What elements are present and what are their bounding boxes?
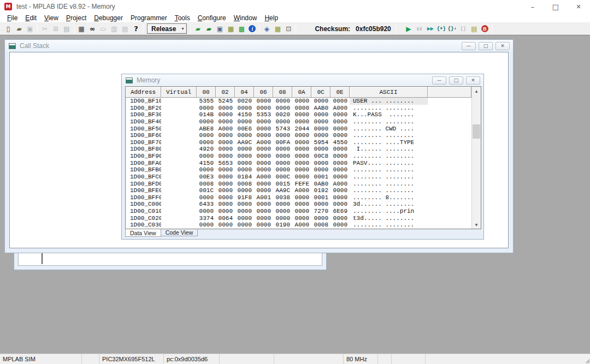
info-icon[interactable] [249,25,256,32]
virtual-cell[interactable] [161,111,197,118]
address-cell[interactable]: 1D00_BF60 [126,132,161,139]
call-stack-restore-button[interactable] [479,42,493,50]
menu-item-tools[interactable]: Tools [171,14,194,22]
hex-cell[interactable]: 0000 [254,187,273,194]
hex-cell[interactable]: 4150 [235,111,254,118]
address-cell[interactable]: 1D00_BFB0 [126,166,161,174]
ascii-cell[interactable]: ........ CWD .... [350,126,428,133]
hex-cell[interactable]: 0000 [254,222,273,229]
resize-grip-icon[interactable]: ◢ [585,357,589,363]
hex-cell[interactable]: 0000 [235,187,254,194]
ascii-cell[interactable]: K...PASS ....... [350,111,428,118]
hex-cell[interactable]: 0000 [254,126,273,133]
hex-cell[interactable]: 3374 [197,215,216,222]
hex-cell[interactable]: 0001 [311,174,331,181]
hex-cell[interactable]: 0000 [331,187,350,194]
hex-cell[interactable]: 0000 [254,181,273,188]
hex-cell[interactable]: 0000 [216,153,235,160]
virtual-cell[interactable] [161,160,197,167]
hex-cell[interactable]: A000 [254,174,273,181]
hex-cell[interactable]: A000 [331,181,350,188]
hex-cell[interactable]: 0000 [311,201,331,208]
hex-cell[interactable]: 0000 [254,153,273,160]
address-cell[interactable]: 1D00_BFE0 [126,187,161,194]
ascii-cell[interactable]: ........ ........ [350,181,428,188]
hex-cell[interactable]: 0000 [292,194,311,201]
minimize-button[interactable] [521,0,544,13]
virtual-cell[interactable] [161,187,197,194]
hex-cell[interactable]: 0008 [235,181,254,188]
virtual-cell[interactable] [161,126,197,133]
hex-cell[interactable]: 0000 [292,166,311,174]
ascii-cell[interactable]: 3d...... ........ [350,201,428,208]
address-cell[interactable]: 1D00_BF80 [126,146,161,153]
ascii-cell[interactable]: t3d..... ........ [350,215,428,222]
hex-cell[interactable]: 0190 [273,222,292,229]
maximize-button[interactable] [544,0,567,13]
ascii-cell[interactable]: ........ 8....... [350,194,428,201]
call-stack-close-button[interactable] [495,42,510,50]
virtual-cell[interactable] [161,153,197,160]
breakpoints-icon[interactable] [481,25,488,32]
hex-cell[interactable]: 0000 [216,201,235,208]
ascii-cell[interactable]: ........ ........ [350,166,428,174]
hex-cell[interactable]: 0000 [235,215,254,222]
hex-cell[interactable]: 0000 [235,105,254,112]
open-project-icon[interactable] [204,24,214,34]
hex-cell[interactable]: 0000 [292,105,311,112]
menu-item-file[interactable]: File [3,14,21,22]
ascii-cell[interactable]: I...... ........ [350,146,428,153]
hex-cell[interactable]: 0000 [235,160,254,167]
hex-cell[interactable]: 0184 [235,174,254,181]
hex-cell[interactable]: 0000 [331,215,350,222]
hex-cell[interactable]: 5353 [254,111,273,118]
hex-cell[interactable]: 0000 [273,215,292,222]
address-cell[interactable]: 1D00_C020 [126,215,161,222]
memory-scrollbar[interactable]: ▲ ▼ [471,87,481,229]
hex-cell[interactable]: 0000 [292,201,311,208]
hex-cell[interactable]: 0000 [216,139,235,146]
menu-item-project[interactable]: Project [62,14,90,22]
hex-cell[interactable]: 0000 [254,146,273,153]
print-icon[interactable] [76,24,86,34]
hex-cell[interactable]: 0000 [292,160,311,167]
hex-cell[interactable]: 0000 [273,153,292,160]
menu-item-programmer[interactable]: Programmer [127,14,171,22]
address-cell[interactable]: 1D00_BF70 [126,139,161,146]
tab-code-view[interactable]: Code View [161,229,198,236]
scroll-down-icon[interactable]: ▼ [472,220,481,229]
programmer-device-icon[interactable] [262,24,272,34]
virtual-cell[interactable] [161,146,197,153]
hex-cell[interactable]: 0000 [216,187,235,194]
address-cell[interactable]: 1D00_C000 [126,201,161,208]
build-options-icon[interactable] [226,24,235,34]
address-cell[interactable]: 1D00_BFF0 [126,194,161,201]
hex-cell[interactable]: 4920 [197,146,216,153]
hex-cell[interactable]: 0000 [254,132,273,139]
hex-cell[interactable]: 0000 [311,215,331,222]
hex-cell[interactable]: 6433 [197,201,216,208]
call-stack-minimize-button[interactable] [462,42,476,50]
virtual-cell[interactable] [161,181,197,188]
hex-cell[interactable]: 0000 [216,166,235,174]
address-cell[interactable]: 1D00_C010 [126,208,161,215]
address-cell[interactable]: 1D00_BFC0 [126,174,161,181]
hex-cell[interactable]: 2044 [292,126,311,133]
hex-cell[interactable]: 0000 [235,208,254,215]
hex-cell[interactable]: 0000 [311,160,331,167]
hex-cell[interactable]: 0000 [311,166,331,174]
hex-cell[interactable]: 0000 [216,132,235,139]
hex-cell[interactable]: 0000 [197,118,216,126]
ascii-cell[interactable]: ........ ........ [350,105,428,112]
virtual-cell[interactable] [161,215,197,222]
virtual-cell[interactable] [161,194,197,201]
hex-cell[interactable]: AA9C [235,139,254,146]
hex-cell[interactable]: 0000 [254,160,273,167]
hex-cell[interactable]: 0000 [331,153,350,160]
hex-cell[interactable]: 00E3 [197,174,216,181]
hex-cell[interactable]: 000C [273,174,292,181]
virtual-cell[interactable] [161,208,197,215]
hex-cell[interactable]: 0000 [197,132,216,139]
virtual-cell[interactable] [161,174,197,181]
hex-cell[interactable]: 0000 [331,146,350,153]
